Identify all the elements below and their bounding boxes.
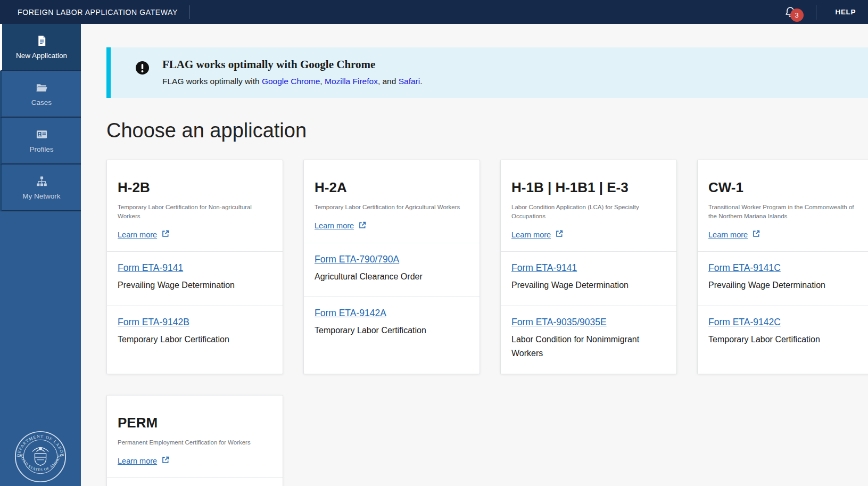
application-cards-grid: H-2B Temporary Labor Certification for N… [106,160,868,486]
alert-text-segment: . [420,77,422,86]
card-subtitle: Labor Condition Application (LCA) for Sp… [511,203,666,220]
card-title: H-2A [315,179,469,196]
form-link[interactable]: Form ETA-9142B [118,317,189,328]
sidebar-item-my-network[interactable]: My Network [0,164,81,211]
dol-seal: DEPARTMENT OF LABOR UNITED STATES OF AME… [14,429,67,484]
external-link-icon [358,221,367,231]
card-title: H-1B | H-1B1 | E-3 [511,179,666,196]
form-section: Form ETA-9141 Prevailing Wage Determinat… [107,477,283,486]
seal-eagle-shield-emblem [32,447,49,466]
sidebar-item-cases[interactable]: Cases [0,71,81,118]
browser-info-alert: FLAG works optimally with Google Chrome … [106,47,868,98]
alert-text-segment: , [320,77,325,86]
sidebar-item-label: Cases [31,98,52,106]
application-card: H-2B Temporary Labor Certification for N… [106,160,283,374]
learn-more-label: Learn more [118,230,157,239]
notifications-button[interactable]: 3 [784,5,798,20]
info-exclamation-icon [135,61,150,75]
sidebar: New ApplicationCasesProfilesMy Network D… [0,24,81,486]
learn-more-link[interactable]: Learn more [118,456,170,466]
card-title: H-2B [118,179,272,196]
card-title: CW-1 [708,179,863,196]
folder-icon [36,81,48,94]
alert-text-segment: , and [378,77,399,86]
form-description: Prevailing Wage Determination [511,278,666,292]
form-description: Prevailing Wage Determination [118,278,272,292]
application-card: CW-1 Transitional Worker Program in the … [697,160,868,374]
sidebar-item-label: New Application [16,52,67,60]
learn-more-link[interactable]: Learn more [118,229,170,240]
alert-message: FLAG works optimally with Google Chrome,… [162,77,422,86]
mozilla-firefox-link[interactable]: Mozilla Firefox [325,77,378,86]
sidebar-item-new-application[interactable]: New Application [0,24,81,71]
external-link-icon [161,229,170,240]
alert-title: FLAG works optimally with Google Chrome [162,58,422,71]
card-subtitle: Transitional Worker Program in the Commo… [708,203,863,220]
card-subtitle: Temporary Labor Certification for Agricu… [315,203,469,212]
learn-more-link[interactable]: Learn more [315,221,367,231]
application-card: H-1B | H-1B1 | E-3 Labor Condition Appli… [500,160,677,374]
form-description: Prevailing Wage Determination [708,278,863,292]
app-title: FOREIGN LABOR APPLICATION GATEWAY [18,8,178,17]
notification-count-badge: 3 [790,9,804,22]
form-description: Temporary Labor Certification [118,333,272,347]
form-link[interactable]: Form ETA-9142A [315,308,386,319]
card-title: PERM [118,415,272,431]
form-description: Temporary Labor Certification [708,333,863,347]
google-chrome-link[interactable]: Google Chrome [262,77,320,86]
form-link[interactable]: Form ETA-9141 [118,262,183,274]
form-section: Form ETA-9141C Prevailing Wage Determina… [698,251,868,305]
form-description: Agricultural Clearance Order [315,270,469,284]
id-card-icon [36,128,48,141]
form-section: Form ETA-9035/9035E Labor Condition for … [501,306,676,374]
application-card: PERM Permanent Employment Certification … [106,395,283,486]
form-link[interactable]: Form ETA-790/790A [315,254,399,265]
main-content: FLAG works optimally with Google Chrome … [81,24,868,486]
external-link-icon [161,456,170,466]
form-section: Form ETA-9142B Temporary Labor Certifica… [107,306,283,359]
sidebar-item-profiles[interactable]: Profiles [0,118,81,164]
external-link-icon [555,229,564,240]
document-icon [36,35,48,47]
form-description: Temporary Labor Certification [315,324,469,337]
form-link[interactable]: Form ETA-9141 [511,262,577,274]
learn-more-link[interactable]: Learn more [708,229,760,240]
form-description: Labor Condition for Nonimmigrant Workers [511,333,666,361]
card-subtitle: Permanent Employment Certification for W… [118,438,272,447]
form-section: Form ETA-9142C Temporary Labor Certifica… [698,306,868,359]
page-title: Choose an application [106,119,868,142]
learn-more-label: Learn more [511,230,551,239]
learn-more-link[interactable]: Learn more [511,229,564,240]
form-section: Form ETA-9141 Prevailing Wage Determinat… [107,251,283,305]
external-link-icon [752,229,760,240]
alert-text-segment: FLAG works optimally with [162,77,262,86]
sidebar-item-label: My Network [22,192,60,200]
form-section: Form ETA-9141 Prevailing Wage Determinat… [501,251,676,305]
card-subtitle: Temporary Labor Certification for Non-ag… [118,203,272,220]
form-section: Form ETA-790/790A Agricultural Clearance… [304,243,480,296]
network-icon [36,175,48,187]
form-section: Form ETA-9142A Temporary Labor Certifica… [304,296,480,350]
topbar-divider [189,5,190,19]
learn-more-label: Learn more [708,230,748,239]
learn-more-label: Learn more [315,221,354,230]
form-link[interactable]: Form ETA-9035/9035E [511,317,607,328]
help-link[interactable]: HELP [836,8,856,16]
top-bar: FOREIGN LABOR APPLICATION GATEWAY 3 HELP [0,0,868,24]
application-card: H-2A Temporary Labor Certification for A… [303,160,480,374]
sidebar-item-label: Profiles [29,145,53,153]
form-link[interactable]: Form ETA-9141C [708,262,781,274]
learn-more-label: Learn more [118,457,157,465]
safari-link[interactable]: Safari [399,77,420,86]
form-link[interactable]: Form ETA-9142C [708,317,781,328]
topbar-divider [816,5,816,20]
